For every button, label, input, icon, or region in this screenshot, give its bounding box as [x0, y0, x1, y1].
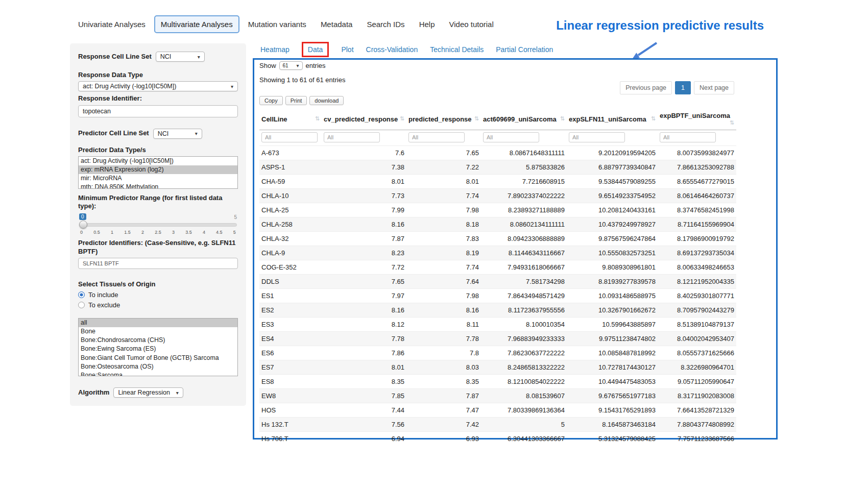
sort-icon[interactable]: ⇅ — [400, 115, 404, 122]
show-label: Show — [259, 62, 276, 69]
value-cell: 8.03 — [406, 360, 481, 375]
table-row[interactable]: CHLA-257.997.988.2389327118888910.208124… — [259, 203, 736, 217]
predictor-cell-line-set-row: Predictor Cell Line Set NCI ▾ — [78, 129, 238, 139]
predictor-data-type-option[interactable]: mth: DNA 850K Methylation — [79, 183, 237, 189]
sort-icon[interactable]: ⇅ — [651, 115, 656, 122]
filter-input-act609699-unisarcoma[interactable] — [483, 132, 539, 142]
value-cell: 9.20120919594205 — [567, 146, 658, 160]
cellline-cell: CHLA-25 — [259, 203, 322, 217]
sort-icon[interactable]: ⇅ — [315, 115, 320, 122]
predictor-identifiers-input[interactable] — [78, 258, 238, 269]
slider-handle[interactable] — [79, 221, 87, 229]
value-cell: 7.42 — [406, 418, 481, 432]
download-button[interactable]: download — [309, 96, 344, 105]
slider-track[interactable] — [79, 223, 237, 227]
nav-item-search-ids[interactable]: Search IDs — [361, 16, 410, 32]
tissue-listbox[interactable]: allBoneBone:Chondrosarcoma (CHS)Bone:Ewi… — [78, 318, 238, 376]
tissue-option[interactable]: Bone — [79, 327, 237, 336]
sort-icon[interactable]: ⇅ — [474, 115, 479, 122]
nav-item-multivariate-analyses[interactable]: Multivariate Analyses — [154, 15, 239, 33]
tissue-option[interactable]: Bone:Sarcoma — [79, 371, 237, 376]
slider-tick-label: 5 — [233, 230, 236, 235]
column-header-act609699-unisarcoma[interactable]: act609699_uniSarcoma⇅ — [481, 108, 567, 130]
nav-item-help[interactable]: Help — [414, 16, 441, 32]
radio-to-exclude[interactable]: To exclude — [78, 301, 238, 309]
table-row[interactable]: COG-E-3527.727.747.949316180666679.80893… — [259, 260, 736, 275]
table-row[interactable]: ES17.977.987.8643494857142910.0931486588… — [259, 289, 736, 303]
tissue-option[interactable]: Bone:Ewing Sarcoma (ES) — [79, 345, 237, 353]
sort-icon[interactable]: ⇅ — [730, 119, 734, 126]
column-header-cellline[interactable]: CellLine⇅ — [259, 108, 322, 130]
predictor-data-type-option[interactable]: exp: mRNA Expression (log2) — [79, 165, 237, 174]
min-range-slider[interactable]: 0 5 00.511.522.533.544.55 — [79, 213, 237, 236]
table-row[interactable]: Hs 132.T7.567.4258.16458734631847.880437… — [259, 418, 736, 432]
nav-item-univariate-analyses[interactable]: Univariate Analyses — [73, 16, 151, 32]
table-row[interactable]: ES78.018.038.2486581332222210.7278174430… — [259, 360, 736, 375]
tissue-option[interactable]: Bone:Giant Cell Tumor of Bone (GCTB) Sar… — [79, 354, 237, 362]
table-row[interactable]: ES88.358.358.1210085402222210.4494475483… — [259, 375, 736, 389]
tab-heatmap[interactable]: Heatmap — [260, 45, 290, 54]
table-row[interactable]: CHLA-2588.168.188.0860213411111110.43792… — [259, 217, 736, 232]
column-header-cv-predicted-response[interactable]: cv_predicted_response⇅ — [322, 108, 406, 130]
value-cell: 7.85 — [322, 389, 406, 403]
response-identifier-input[interactable] — [78, 105, 238, 117]
algorithm-select[interactable]: Linear Regression ▾ — [113, 387, 183, 398]
tab-data[interactable]: Data — [302, 42, 329, 57]
value-cell: 7.94931618066667 — [481, 260, 567, 275]
copy-button[interactable]: Copy — [259, 96, 283, 105]
response-cell-line-set-select[interactable]: NCI ▾ — [156, 52, 205, 62]
table-row[interactable]: EW87.857.878.0815396079.676756519771838.… — [259, 389, 736, 403]
table-row[interactable]: A-6737.67.658.086716483111119.2012091959… — [259, 146, 736, 160]
nav-item-metadata[interactable]: Metadata — [315, 16, 358, 32]
filter-input-cv-predicted-response[interactable] — [324, 132, 380, 142]
table-filter-row — [259, 130, 736, 146]
filter-input-cellline[interactable] — [261, 132, 318, 142]
value-cell: 8.35 — [322, 375, 406, 389]
table-row[interactable]: CHLA-98.238.198.1144634311666710.5550832… — [259, 246, 736, 260]
column-header-expbptf-unisarcoma[interactable]: expBPTF_uniSarcoma⇅ — [658, 108, 736, 130]
table-row[interactable]: Hs 706.T6.946.936.304413033666675.313245… — [259, 432, 736, 446]
sort-icon[interactable]: ⇅ — [560, 115, 565, 122]
column-label: expSLFN11_uniSarcoma — [569, 115, 646, 123]
radio-label: To exclude — [88, 301, 120, 309]
tissue-option[interactable]: Bone:Osteosarcoma (OS) — [79, 362, 237, 371]
tab-plot[interactable]: Plot — [341, 45, 353, 54]
previous-page-button[interactable]: Previous page — [620, 81, 672, 94]
filter-input-predicted-response[interactable] — [408, 132, 465, 142]
predictor-data-type-option[interactable]: mir: MicroRNA — [79, 174, 237, 183]
table-row[interactable]: ASPS-17.387.225.8758338266.8879773934084… — [259, 160, 736, 175]
tissue-option[interactable]: Bone:Chondrosarcoma (CHS) — [79, 336, 237, 345]
table-row[interactable]: CHA-598.018.017.72166089159.538445790892… — [259, 175, 736, 189]
next-page-button[interactable]: Next page — [694, 81, 734, 94]
page-1-button[interactable]: 1 — [675, 81, 691, 94]
nav-item-video-tutorial[interactable]: Video tutorial — [443, 16, 499, 32]
tab-cross-validation[interactable]: Cross-Validation — [366, 45, 418, 54]
cellline-cell: CHA-59 — [259, 175, 322, 189]
table-row[interactable]: ES38.128.118.10001035410.5996438858978.5… — [259, 318, 736, 332]
radio-to-include[interactable]: To include — [78, 291, 238, 299]
table-row[interactable]: CHLA-327.877.838.094233068888899.8756759… — [259, 232, 736, 246]
table-row[interactable]: ES28.168.168.1172363795555610.3267901662… — [259, 303, 736, 318]
table-row[interactable]: ES47.787.787.968839492333339.97511238474… — [259, 332, 736, 346]
table-row[interactable]: ES67.867.87.8623063772222210.08584878189… — [259, 346, 736, 360]
print-button[interactable]: Print — [285, 96, 307, 105]
table-row[interactable]: HOS7.447.477.803398691363649.15431765291… — [259, 403, 736, 418]
predictor-cell-line-set-select[interactable]: NCI ▾ — [153, 129, 202, 139]
filter-input-expslfn11-unisarcoma[interactable] — [569, 132, 625, 142]
column-header-expslfn11-unisarcoma[interactable]: expSLFN11_uniSarcoma⇅ — [567, 108, 658, 130]
column-header-predicted-response[interactable]: predicted_response⇅ — [406, 108, 481, 130]
response-data-type-select[interactable]: act: Drug Activity (-log10[IC50M]) ▾ — [78, 81, 238, 91]
predictor-data-type-option[interactable]: act: Drug Activity (-log10[IC50M]) — [79, 157, 237, 165]
entries-count-select[interactable]: 61 ▾ — [279, 61, 303, 70]
cellline-cell: ES1 — [259, 289, 322, 303]
value-cell: 8.16 — [406, 303, 481, 318]
predictor-data-type-listbox[interactable]: act: Drug Activity (-log10[IC50M])exp: m… — [78, 156, 238, 189]
table-row[interactable]: DDLS7.657.647.5817342988.819392778395788… — [259, 275, 736, 289]
value-cell: 9.65149233754952 — [567, 189, 658, 203]
nav-item-mutation-variants[interactable]: Mutation variants — [243, 16, 312, 32]
filter-input-expbptf-unisarcoma[interactable] — [660, 132, 716, 142]
tissue-option[interactable]: all — [79, 319, 237, 327]
tab-partial-correlation[interactable]: Partial Correlation — [496, 45, 553, 54]
tab-technical-details[interactable]: Technical Details — [430, 45, 484, 54]
table-row[interactable]: CHLA-107.737.747.890233740222229.6514923… — [259, 189, 736, 203]
